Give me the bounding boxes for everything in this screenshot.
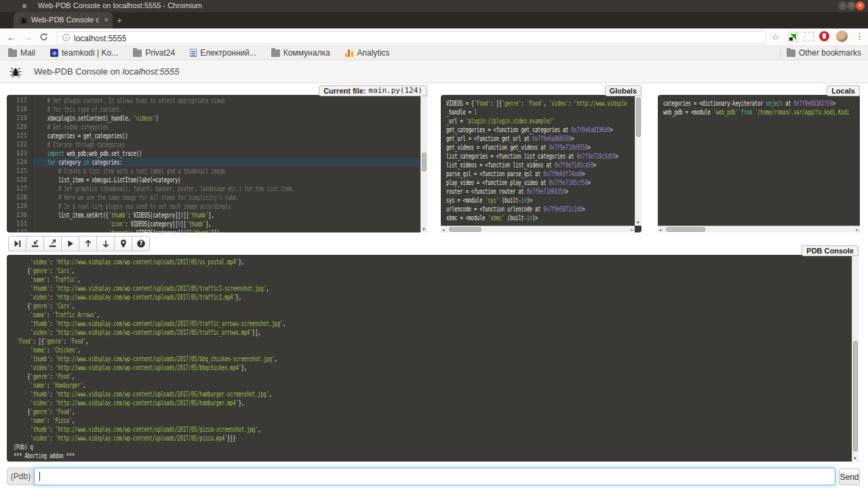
where-button[interactable] <box>114 236 132 251</box>
output-line: _handle = 1 <box>446 108 642 117</box>
return-button[interactable] <box>43 236 62 251</box>
output-line: 'name': 'Traffic Arrows', <box>14 310 859 319</box>
extension-disabled-icon[interactable] <box>804 32 814 41</box>
continue-button[interactable] <box>61 236 79 251</box>
output-line: 'thumb': 'http://www.vidsplay.com/wp-con… <box>14 319 859 328</box>
bookmarks-list: Mailteamkodi | Ko...Privat24Електронний.… <box>8 46 390 60</box>
window-title: Web-PDB Console on localhost:5555 - Chro… <box>38 1 202 9</box>
other-bookmarks-button[interactable]: Other bookmarks <box>787 48 861 58</box>
code-line: 132 'fanart': VIDEOS[category][0]['thumb… <box>7 228 420 232</box>
down-button[interactable] <box>96 236 115 251</box>
line-number: 129 <box>7 202 33 211</box>
scrollbar-thumb[interactable] <box>449 227 481 232</box>
line-number: 123 <box>7 149 33 158</box>
output-line: 'thumb': 'http://www.vidsplay.com/wp-con… <box>14 354 859 363</box>
pdb-command-input[interactable] <box>34 468 835 485</box>
extension-red-hand-icon[interactable] <box>819 31 829 41</box>
scrollbar-thumb[interactable] <box>422 152 427 171</box>
tab-close-icon[interactable]: × <box>104 16 108 24</box>
tab-strip: Web-PDB Console on loca × + <box>0 12 868 28</box>
map-marker-icon <box>119 239 128 249</box>
next-button[interactable] <box>8 236 26 251</box>
scroll-left-icon[interactable]: ◄ <box>442 228 445 232</box>
close-button[interactable]: × <box>856 1 865 10</box>
scroll-down-icon[interactable]: ▼ <box>637 220 639 224</box>
console-vertical-scrollbar[interactable]: ▼ <box>852 255 859 462</box>
output-line: 'name': 'Hamburger', <box>14 381 859 390</box>
tab-title: Web-PDB Console on loca <box>31 16 99 24</box>
send-button[interactable]: Send <box>839 468 860 485</box>
text-caret <box>39 472 40 481</box>
code-line: 126 list_item = xbmcgui.ListItem(label=c… <box>7 176 420 184</box>
output-line: 'name': 'Pizza', <box>14 416 859 425</box>
bookmark-item[interactable]: teamkodi | Ko... <box>50 48 118 58</box>
locals-horizontal-scrollbar[interactable]: ◄ ► <box>658 226 860 232</box>
code-line: 121 categories = get_categories() <box>7 131 420 140</box>
code-text: # Create a list item with a text label a… <box>33 167 427 176</box>
code-panel: Current file: main.py(124) 117 # Set plu… <box>7 95 427 232</box>
bookmark-item[interactable]: Privat24 <box>133 48 175 58</box>
minimize-button[interactable]: – <box>838 1 847 10</box>
browser-menu-icon[interactable]: ⋮ <box>855 31 864 41</box>
new-tab-button[interactable]: + <box>117 15 122 26</box>
spider-logo-icon <box>9 66 22 78</box>
output-line: 'video': 'http://www.vidsplay.com/wp-con… <box>14 434 859 443</box>
line-number: 130 <box>7 211 33 220</box>
bookmark-item[interactable]: Analytics <box>345 48 390 58</box>
scrollbar-thumb[interactable] <box>853 341 858 451</box>
scroll-down-icon[interactable]: ▼ <box>854 456 856 460</box>
forward-icon[interactable]: → <box>23 31 33 43</box>
folder-icon <box>8 49 17 57</box>
browser-tab[interactable]: Web-PDB Console on loca × <box>14 12 113 28</box>
output-line: (Pdb) q <box>14 443 859 451</box>
folder-icon <box>787 49 795 57</box>
globals-vertical-scrollbar[interactable]: ▼ <box>635 95 642 226</box>
bookmark-item[interactable]: Mail <box>8 48 35 58</box>
page-header: Web-PDB Console on localhost:5555 <box>0 60 868 83</box>
code-text: categories = get_categories() <box>33 131 427 140</box>
maximize-button[interactable]: □ <box>847 1 856 10</box>
extension-green-arrow-icon[interactable] <box>788 32 798 42</box>
output-line: list_videos = <function list_videos at 0… <box>446 161 642 169</box>
output-line: 'Food': [{'genre': 'Food', <box>14 337 859 346</box>
scroll-right-icon[interactable]: ► <box>856 228 859 232</box>
bookmark-star-icon[interactable]: ☆ <box>772 32 780 42</box>
reload-icon[interactable] <box>39 33 48 41</box>
help-button[interactable]: ? <box>132 236 150 251</box>
output-line: play_video = <function play_video at 0x7… <box>446 178 642 187</box>
bookmark-label: teamkodi | Ko... <box>62 48 118 58</box>
current-file-label: Current file: main.py(124) <box>319 85 427 96</box>
console-output: 'video': 'http://www.vidsplay.com/wp-con… <box>14 258 859 462</box>
bookmark-label: Analytics <box>357 48 390 58</box>
code-text: xbmcplugin.setContent(_handle, 'videos') <box>33 114 427 123</box>
page-info-icon[interactable]: i <box>62 34 70 41</box>
profile-avatar[interactable] <box>836 30 848 42</box>
code-text: import web_pdb;web_pdb.set_trace() <box>33 149 427 158</box>
address-bar[interactable]: i localhost:5555 <box>57 31 766 44</box>
scroll-right-icon[interactable]: ► <box>631 228 633 232</box>
globals-horizontal-scrollbar[interactable]: ◄ ► <box>441 226 635 232</box>
scrollbar-thumb[interactable] <box>636 98 641 137</box>
back-icon[interactable]: ← <box>7 31 16 43</box>
debug-toolbar: ? <box>8 236 150 251</box>
command-row: (Pdb) Send <box>0 468 868 488</box>
line-number: 121 <box>7 131 33 140</box>
code-vertical-scrollbar[interactable]: ▼ <box>420 95 427 232</box>
code-line: 128 # Here we use the same image for all… <box>7 193 420 202</box>
scrollbar-thumb[interactable] <box>666 227 705 232</box>
document-icon <box>190 49 197 57</box>
scroll-down-icon[interactable]: ▼ <box>422 227 425 231</box>
page-content: Web-PDB Console on localhost:5555 Curren… <box>0 60 868 488</box>
code-line: 131 'icon': VIDEOS[category][0]['thumb']… <box>7 220 420 228</box>
scroll-left-icon[interactable]: ◄ <box>659 228 662 232</box>
code-line: 120 # Get video categories <box>7 123 420 131</box>
output-line: {'genre': 'Food', <box>14 372 859 381</box>
output-line: get_categories = <function get_categorie… <box>446 125 642 134</box>
bookmark-item[interactable]: Коммуналка <box>271 48 330 58</box>
line-number: 120 <box>7 123 33 131</box>
bookmark-item[interactable]: Електронний... <box>190 48 256 58</box>
code-lines: 117 # Set plugin content. It allows Kodi… <box>7 96 420 232</box>
step-button[interactable] <box>26 236 44 251</box>
up-button[interactable] <box>79 236 97 251</box>
code-text: list_item.setArt({'thumb': VIDEOS[catego… <box>33 211 427 220</box>
